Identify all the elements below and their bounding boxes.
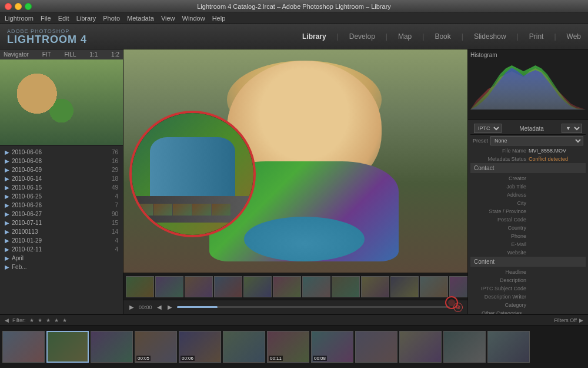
folder-count: 29 (112, 167, 118, 173)
video-play-button[interactable]: ▶ (128, 304, 135, 310)
folder-item[interactable]: ▶ 2010-06-09 29 (0, 165, 123, 174)
folder-item[interactable]: ▶ 2010-01-29 4 (0, 236, 123, 245)
navigator-zoom-1-1[interactable]: 1:1 (89, 51, 98, 58)
star-filter-3[interactable]: ★ (46, 317, 51, 323)
thumb-time: 00:05 (136, 356, 151, 361)
preset-select[interactable]: None (490, 136, 583, 145)
address-label: Address (473, 192, 529, 198)
video-frame[interactable] (361, 276, 389, 297)
folder-item[interactable]: ▶ 2010-06-08 16 (0, 157, 123, 165)
minimize-button[interactable] (15, 3, 22, 10)
filmstrip-thumb[interactable] (399, 331, 442, 363)
photo-bowl (244, 217, 365, 261)
folder-name: 2010-06-08 (12, 158, 112, 164)
filmstrip-thumb[interactable] (91, 331, 133, 363)
folder-item[interactable]: ▶ 2010-06-27 90 (0, 210, 123, 218)
iptc-select[interactable]: IPTC (474, 124, 502, 133)
folder-icon: ▶ (5, 220, 9, 226)
video-frame[interactable] (420, 276, 448, 297)
menu-lightroom[interactable]: Lightroom (5, 15, 34, 22)
filmstrip-arrow-left[interactable]: ◀ (5, 317, 9, 323)
filmstrip-thumb[interactable]: 00:05 (135, 331, 177, 363)
filmstrip-thumb[interactable]: 00:06 (179, 331, 221, 363)
close-button[interactable] (5, 3, 12, 10)
navigator-zoom-fill[interactable]: FILL (64, 51, 76, 58)
module-map[interactable]: Map (398, 32, 412, 41)
filmstrip-thumb[interactable] (2, 331, 45, 363)
navigator-zoom-1-2[interactable]: 1:2 (111, 51, 119, 58)
module-print[interactable]: Print (529, 32, 544, 41)
window-controls[interactable] (5, 3, 32, 10)
menu-photo[interactable]: Photo (103, 15, 120, 22)
video-frame[interactable] (214, 276, 242, 297)
star-filter-2[interactable]: ★ (38, 317, 42, 323)
filmstrip-toolbar-right: Filters Off ▶ (554, 317, 583, 323)
content-header[interactable]: Content (470, 257, 586, 267)
module-web[interactable]: Web (567, 32, 581, 41)
folder-item[interactable]: ▶ 2010-06-26 7 (0, 201, 123, 210)
folder-count: 4 (115, 246, 118, 253)
video-frame[interactable] (155, 276, 183, 297)
metadata-type-select[interactable]: ▼ (562, 124, 582, 133)
folder-item[interactable]: ▶ 2010-06-25 4 (0, 192, 123, 201)
folder-item[interactable]: ▶ 2010-07-11 15 (0, 218, 123, 227)
navigator-zoom-fit[interactable]: FIT (42, 51, 51, 58)
filmstrip-scroll[interactable]: 00:05 00:06 00:11 00:08 (0, 326, 588, 368)
menu-metadata[interactable]: Metadata (127, 15, 154, 22)
menu-library[interactable]: Library (76, 15, 96, 22)
module-book[interactable]: Book (435, 32, 450, 41)
menu-help[interactable]: Help (212, 15, 226, 22)
folder-item[interactable]: ▶ 2010-06-14 18 (0, 174, 123, 183)
folder-item[interactable]: ▶ Feb... (0, 263, 123, 271)
video-frame[interactable] (390, 276, 419, 297)
folder-item[interactable]: ▶ 2010-02-11 4 (0, 245, 123, 254)
filmstrip-thumb[interactable] (46, 331, 89, 363)
folder-item[interactable]: ▶ April (0, 254, 123, 263)
filmstrip-thumb[interactable] (443, 331, 486, 363)
navigator-header[interactable]: Navigator FIT FILL 1:1 1:2 (0, 49, 123, 59)
folder-item[interactable]: ▶ 20100113 14 (0, 227, 123, 236)
folder-icon: ▶ (5, 264, 9, 270)
video-progress-fill (177, 306, 218, 308)
filmstrip-arrow-right[interactable]: ▶ (579, 317, 583, 323)
folder-count: 18 (112, 175, 118, 182)
video-frame[interactable] (273, 276, 301, 297)
module-develop[interactable]: Develop (349, 32, 375, 41)
contact-header[interactable]: Contact (470, 163, 586, 173)
metadata-label: Metadata (519, 125, 544, 132)
menu-window[interactable]: Window (182, 15, 205, 22)
folder-item[interactable]: ▶ 2010-06-15 49 (0, 183, 123, 192)
module-nav: Library | Develop | Map | Book | Slidesh… (302, 32, 581, 41)
filmstrip-thumb[interactable]: 00:11 (267, 331, 309, 363)
video-progress-bar[interactable] (177, 306, 450, 308)
maximize-button[interactable] (25, 3, 32, 10)
state-row: State / Province (470, 207, 586, 216)
filmstrip-thumb[interactable] (223, 331, 265, 363)
navigator-image (0, 59, 123, 145)
folder-icon: ▶ (5, 228, 9, 235)
menu-file[interactable]: File (41, 15, 51, 22)
video-frame[interactable] (302, 276, 330, 297)
video-frame[interactable] (185, 276, 213, 297)
folder-name: 2010-02-11 (12, 246, 115, 253)
star-filter-4[interactable]: ★ (54, 317, 59, 323)
menu-view[interactable]: View (161, 15, 175, 22)
star-filter-5[interactable]: ★ (62, 317, 67, 323)
video-play-pause-button[interactable]: ▶ (166, 304, 173, 310)
video-rewind-button[interactable]: ◀ (156, 304, 163, 310)
titlebar: Lightroom 4 Catalog-2.lrcat – Adobe Phot… (0, 0, 588, 13)
window-title: Lightroom 4 Catalog-2.lrcat – Adobe Phot… (197, 3, 391, 10)
filmstrip-thumb[interactable]: 00:08 (311, 331, 353, 363)
module-slideshow[interactable]: Slideshow (474, 32, 506, 41)
folder-item[interactable]: ▶ 2010-06-06 76 (0, 148, 123, 157)
video-frame[interactable] (243, 276, 272, 297)
video-frame[interactable] (449, 276, 467, 297)
module-library[interactable]: Library (302, 32, 326, 41)
filmstrip-thumb[interactable] (355, 331, 397, 363)
video-frame[interactable] (126, 276, 154, 297)
video-frame[interactable] (332, 276, 360, 297)
menu-edit[interactable]: Edit (58, 15, 69, 22)
star-filter-1[interactable]: ★ (29, 317, 34, 323)
filmstrip-thumb[interactable] (487, 331, 530, 363)
folder-name: Feb... (12, 264, 118, 270)
